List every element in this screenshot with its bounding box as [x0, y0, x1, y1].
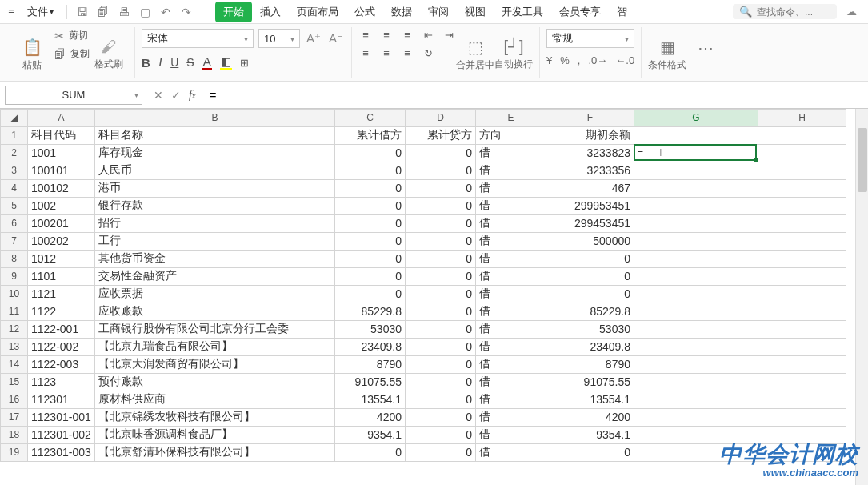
- cell[interactable]: 借: [476, 409, 546, 427]
- cell[interactable]: 交易性金融资产: [95, 268, 335, 286]
- cell[interactable]: 0: [406, 356, 476, 374]
- cell[interactable]: 0: [335, 162, 406, 180]
- save-as-icon[interactable]: 🗐: [94, 6, 112, 18]
- cell[interactable]: [634, 198, 758, 215]
- cell[interactable]: 112301-001: [28, 409, 95, 427]
- cell[interactable]: 借: [476, 233, 546, 251]
- align-middle-button[interactable]: ≡: [379, 29, 394, 41]
- cell[interactable]: 23409.8: [546, 339, 634, 356]
- row-header[interactable]: 12: [1, 321, 28, 339]
- col-header-A[interactable]: A: [28, 110, 95, 127]
- cell[interactable]: 1121: [28, 286, 95, 303]
- cell[interactable]: 【北京大润发商贸有限公司】: [95, 356, 335, 374]
- cell[interactable]: 0: [335, 286, 406, 303]
- cell[interactable]: 0: [406, 198, 476, 215]
- cell[interactable]: 0: [335, 233, 406, 251]
- format-painter-button[interactable]: 🖌 格式刷: [90, 29, 128, 80]
- cell[interactable]: 0: [546, 268, 634, 286]
- cell[interactable]: 9354.1: [546, 427, 634, 444]
- cell[interactable]: 91075.55: [335, 374, 406, 391]
- cell[interactable]: 1122-001: [28, 321, 95, 339]
- row-header[interactable]: 15: [1, 374, 28, 391]
- row-header[interactable]: 9: [1, 268, 28, 286]
- cell[interactable]: 4200: [335, 409, 406, 427]
- cell[interactable]: 原材料供应商: [95, 391, 335, 409]
- file-menu[interactable]: 文件 ▾: [21, 3, 60, 21]
- cell[interactable]: 100202: [28, 233, 95, 251]
- cell[interactable]: 4200: [546, 409, 634, 427]
- cell[interactable]: [758, 145, 846, 162]
- cell[interactable]: 1012: [28, 251, 95, 268]
- cell[interactable]: 13554.1: [335, 391, 406, 409]
- cell[interactable]: 3233356: [546, 162, 634, 180]
- cell[interactable]: 方向: [476, 127, 546, 145]
- tab-会员专享[interactable]: 会员专享: [551, 2, 609, 22]
- cell[interactable]: 91075.55: [546, 374, 634, 391]
- cell[interactable]: 1122-003: [28, 356, 95, 374]
- cell[interactable]: [758, 321, 846, 339]
- cell[interactable]: [758, 409, 846, 427]
- col-header-F[interactable]: F: [546, 110, 634, 127]
- cell[interactable]: 银行存款: [95, 198, 335, 215]
- cell[interactable]: 借: [476, 303, 546, 321]
- cell[interactable]: 0: [406, 180, 476, 198]
- paste-button[interactable]: 📋 粘贴: [13, 29, 51, 80]
- col-header-E[interactable]: E: [476, 110, 546, 127]
- cell[interactable]: [634, 303, 758, 321]
- italic-button[interactable]: I: [158, 55, 162, 70]
- cell[interactable]: 借: [476, 268, 546, 286]
- row-header[interactable]: 17: [1, 409, 28, 427]
- cell[interactable]: [758, 127, 846, 145]
- cell[interactable]: [758, 286, 846, 303]
- cell[interactable]: 0: [546, 286, 634, 303]
- cell[interactable]: [634, 286, 758, 303]
- row-header[interactable]: 10: [1, 286, 28, 303]
- cell[interactable]: [634, 391, 758, 409]
- cell[interactable]: 0: [335, 180, 406, 198]
- underline-button[interactable]: U: [170, 56, 178, 69]
- cell[interactable]: 85229.8: [335, 303, 406, 321]
- wrap-text-button[interactable]: [┘] 自动换行: [494, 29, 533, 80]
- hamburger-icon[interactable]: ≡: [5, 6, 18, 18]
- percent-button[interactable]: %: [560, 54, 570, 66]
- comma-button[interactable]: ,: [578, 54, 581, 66]
- cell[interactable]: [758, 233, 846, 251]
- cell[interactable]: [634, 374, 758, 391]
- cell[interactable]: 23409.8: [335, 339, 406, 356]
- cell[interactable]: 借: [476, 339, 546, 356]
- cell[interactable]: 0: [546, 444, 634, 462]
- cell[interactable]: 0: [406, 444, 476, 462]
- redo-icon[interactable]: ↷: [178, 6, 195, 18]
- cell[interactable]: [634, 339, 758, 356]
- tab-公式[interactable]: 公式: [346, 2, 383, 22]
- row-header[interactable]: 3: [1, 162, 28, 180]
- cell[interactable]: 112301: [28, 391, 95, 409]
- cell[interactable]: 借: [476, 444, 546, 462]
- cell[interactable]: [758, 198, 846, 215]
- cond-format-button[interactable]: ▦ 条件格式: [648, 29, 686, 80]
- cell[interactable]: 1123: [28, 374, 95, 391]
- cell[interactable]: [758, 391, 846, 409]
- number-format-select[interactable]: 常规 ▾: [546, 29, 634, 48]
- indent-inc-button[interactable]: ⇥: [442, 29, 456, 41]
- font-name-select[interactable]: 宋体 ▾: [142, 29, 254, 48]
- cell[interactable]: 100102: [28, 180, 95, 198]
- cell[interactable]: 0: [406, 268, 476, 286]
- cell[interactable]: 9354.1: [335, 427, 406, 444]
- row-header[interactable]: 7: [1, 233, 28, 251]
- cell[interactable]: 借: [476, 286, 546, 303]
- cell[interactable]: 借: [476, 198, 546, 215]
- tab-页面布局[interactable]: 页面布局: [289, 2, 346, 22]
- row-header[interactable]: 16: [1, 391, 28, 409]
- col-header-G[interactable]: G: [634, 110, 758, 127]
- cell[interactable]: 112301-002: [28, 427, 95, 444]
- cell[interactable]: 1122-002: [28, 339, 95, 356]
- align-center-button[interactable]: ≡: [379, 47, 394, 59]
- cell[interactable]: [758, 180, 846, 198]
- cell[interactable]: [758, 303, 846, 321]
- cell[interactable]: 应收账款: [95, 303, 335, 321]
- cell[interactable]: 53030: [546, 321, 634, 339]
- cell[interactable]: 0: [406, 233, 476, 251]
- row-header[interactable]: 2: [1, 145, 28, 162]
- cell[interactable]: 1122: [28, 303, 95, 321]
